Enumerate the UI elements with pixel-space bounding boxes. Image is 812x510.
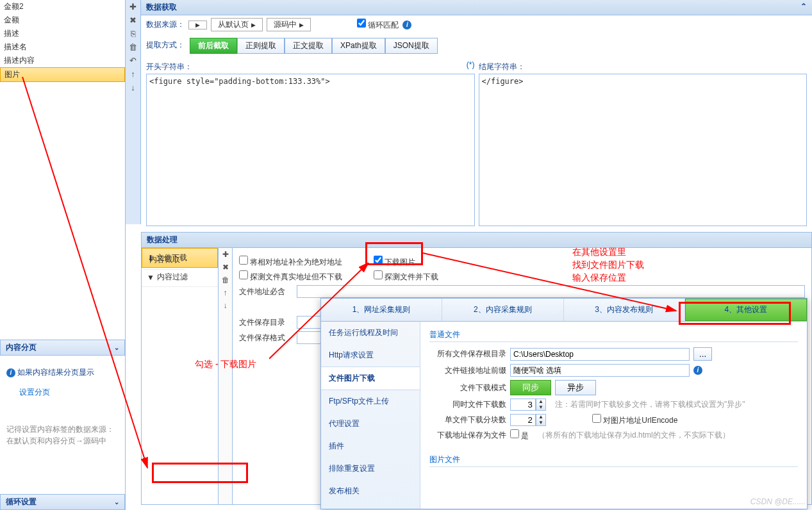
cb-abs-addr[interactable]: 将相对地址补全为绝对地址 (239, 256, 367, 268)
browse-button[interactable]: ... (693, 347, 712, 361)
trash-icon[interactable]: 🗑 (126, 40, 140, 54)
step-3[interactable]: 3、内容发布规则 (564, 299, 685, 321)
chunks-input[interactable] (510, 414, 536, 426)
chunks-spinner[interactable]: ▲▼ (510, 414, 546, 426)
field-item[interactable]: 金额 (0, 13, 125, 27)
data-extract-title: 数据获取 (146, 2, 177, 13)
step-1[interactable]: 1、网址采集规则 (321, 299, 442, 321)
source-crumb-1[interactable]: 从默认页 ▶ (211, 18, 263, 31)
start-string-input[interactable]: <figure style="padding-bottom:133.33%"> (146, 74, 475, 226)
content-pagination-header[interactable]: 内容分页 ⌄ (0, 340, 125, 356)
side-file-download[interactable]: 文件图片下载 (321, 366, 420, 390)
down-icon[interactable]: ↓ (219, 299, 232, 312)
dialog-sidebar: 任务运行线程及时间 Http请求设置 文件图片下载 Ftp/SFtp文件上传 代… (321, 322, 420, 509)
extract-editors: 开头字符串：(*) <figure style="padding-bottom:… (141, 56, 812, 232)
link-prefix-label: 文件链接地址前缀 (429, 365, 506, 376)
cb-detect-nodl[interactable]: 探测文件真实地址但不下载 (239, 270, 367, 283)
spin-down-icon[interactable]: ▼ (536, 405, 545, 411)
pagination-hint: 记得设置内容标签的数据来源： 在默认页和内容分页→源码中 (6, 424, 119, 447)
annotation-other-settings: 在其他设置里 找到文件图片下载 输入保存位置 (572, 245, 644, 284)
loop-settings-header[interactable]: 循环设置 ⌄ (0, 494, 125, 510)
content-pagination-body: i 如果内容结果分页显示 设置分页 记得设置内容标签的数据来源： 在默认页和内容… (0, 356, 125, 453)
collapse-icon[interactable]: ⌄ (114, 344, 119, 351)
tri-icon: ▶ (299, 22, 304, 28)
star-link[interactable]: (*) (467, 60, 475, 74)
settings-dialog: 1、网址采集规则 2、内容采集规则 3、内容发布规则 4、其他设置 任务运行线程… (320, 298, 808, 509)
field-item[interactable]: 描述名 (0, 40, 125, 54)
save-as-file-note: （将所有的下载地址保存为id.html的文件，不实际下载） (538, 430, 729, 441)
end-string-input[interactable]: </figure> (479, 74, 808, 226)
extract-label: 提取方式： (146, 40, 185, 51)
field-item[interactable]: 描述 (0, 27, 125, 40)
tri-icon: ▶ (251, 22, 256, 28)
add-icon[interactable]: ✚ (219, 248, 232, 261)
side-publish[interactable]: 发布相关 (321, 480, 420, 502)
field-item-selected[interactable]: 图片 (0, 67, 125, 82)
tab-body[interactable]: 正文提取 (285, 38, 332, 54)
link-prefix-input[interactable] (510, 364, 690, 377)
field-item[interactable]: 描述内容 (0, 54, 125, 67)
side-plugin[interactable]: 插件 (321, 435, 420, 457)
up-icon[interactable]: ↑ (126, 67, 140, 81)
start-label: 开头字符串： (146, 60, 192, 74)
async-button[interactable]: 异步 (555, 380, 596, 395)
side-thread-time[interactable]: 任务运行线程及时间 (321, 322, 420, 344)
side-proxy[interactable]: 代理设置 (321, 413, 420, 435)
side-http[interactable]: Http请求设置 (321, 344, 420, 366)
addr-contain-input[interactable] (297, 285, 805, 298)
copy-icon[interactable]: ⎘ (126, 27, 140, 40)
data-process-title: 数据处理 (141, 232, 812, 248)
tab-json[interactable]: JSON提取 (385, 38, 438, 54)
up-icon[interactable]: ↑ (219, 286, 232, 299)
loop-settings: 循环设置 ⌄ (0, 494, 125, 510)
delete-icon[interactable]: ✖ (126, 13, 140, 27)
watermark: CSDN @DE...... (750, 497, 806, 506)
add-icon[interactable]: ✚ (126, 0, 140, 13)
lbl-addr-contain: 文件地址必含 (239, 286, 290, 297)
concurrent-input[interactable] (510, 399, 536, 411)
end-col: 结尾字符串： </figure> (479, 60, 808, 228)
source-crumb-2[interactable]: 源码中 ▶ (267, 18, 311, 31)
start-col: 开头字符串：(*) <figure style="padding-bottom:… (146, 60, 475, 228)
spin-down-icon[interactable]: ▼ (536, 420, 545, 426)
side-ftp[interactable]: Ftp/SFtp文件上传 (321, 390, 420, 413)
info-icon[interactable]: i (693, 366, 702, 375)
step-2[interactable]: 2、内容采集规则 (442, 299, 563, 321)
source-crumb-root[interactable]: ▶ (188, 21, 207, 29)
save-as-file-checkbox[interactable]: 是 (510, 429, 529, 441)
field-list: 金额2 金额 描述 描述名 描述内容 图片 (0, 0, 125, 82)
field-item[interactable]: 金额2 (0, 0, 125, 13)
proc-item-content-cut-top[interactable]: 内容截取 (144, 251, 185, 270)
step-4-active[interactable]: 4、其他设置 (685, 299, 807, 321)
sync-button[interactable]: 同步 (510, 380, 551, 395)
lbl-save-dir: 文件保存目录 (239, 317, 290, 328)
save-as-file-label: 下载地址保存为文件 (429, 430, 506, 441)
delete-icon[interactable]: ✖ (219, 261, 232, 274)
left-panel: 金额2 金额 描述 描述名 描述内容 图片 内容分页 ⌄ i 如果内容结果分页显… (0, 0, 126, 510)
collapse-icon[interactable]: ⌄ (114, 498, 119, 506)
dialog-main: 普通文件 所有文件保存根目录 ... 文件链接地址前缀 i 文件下载模式 同步 … (420, 322, 807, 509)
save-root-label: 所有文件保存根目录 (429, 349, 506, 359)
cb-download-image[interactable]: 下载图片 (374, 256, 415, 268)
dialog-body: 任务运行线程及时间 Http请求设置 文件图片下载 Ftp/SFtp文件上传 代… (321, 322, 807, 509)
side-dedup[interactable]: 排除重复设置 (321, 457, 420, 480)
collapse-icon[interactable]: ⌃ (800, 2, 807, 13)
dl-mode-label: 文件下载模式 (429, 383, 506, 393)
trash-icon[interactable]: 🗑 (219, 274, 232, 286)
cb-detect-dl[interactable]: 探测文件并下载 (374, 270, 438, 283)
end-label: 结尾字符串： (479, 60, 808, 74)
tab-xpath[interactable]: XPath提取 (332, 38, 385, 54)
proc-item-content-filter[interactable]: ▼内容过滤 (142, 268, 218, 287)
tab-regex[interactable]: 正则提取 (237, 38, 285, 54)
tab-before-after[interactable]: 前后截取 (190, 38, 237, 54)
down-icon[interactable]: ↓ (126, 81, 140, 94)
loop-match-checkbox[interactable]: 循环匹配 (357, 19, 399, 31)
undo-icon[interactable]: ↶ (126, 54, 140, 67)
urlencode-checkbox[interactable]: 对图片地址UrlEncode (592, 414, 677, 426)
info-icon[interactable]: i (402, 21, 411, 29)
set-pagination-link[interactable]: 设置分页 (19, 387, 50, 398)
filter-icon: ▼ (147, 273, 154, 282)
save-root-input[interactable] (510, 348, 690, 361)
dialog-steps: 1、网址采集规则 2、内容采集规则 3、内容发布规则 4、其他设置 (321, 299, 807, 322)
concurrent-spinner[interactable]: ▲▼ (510, 399, 546, 411)
